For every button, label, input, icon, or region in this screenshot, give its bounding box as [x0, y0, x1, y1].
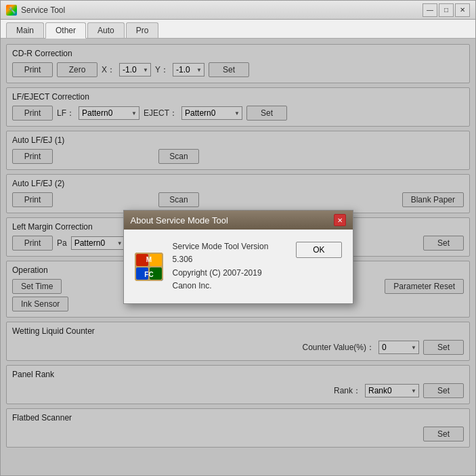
- window-title: Service Tool: [21, 5, 65, 15]
- svg-text:M: M: [146, 256, 151, 263]
- modal-overlay: About Service Mode Tool ✕ M: [1, 39, 475, 475]
- tab-other[interactable]: Other: [45, 22, 86, 39]
- modal-close-button[interactable]: ✕: [334, 214, 346, 226]
- close-button[interactable]: ✕: [455, 3, 470, 17]
- main-window: 🔧 Service Tool — □ ✕ Main Other Auto Pro…: [0, 0, 476, 476]
- tab-pro[interactable]: Pro: [126, 22, 159, 38]
- content-area: CD-R Correction Print Zero X： -1.00.01.0…: [1, 39, 475, 475]
- app-icon: 🔧: [6, 5, 17, 16]
- modal-copyright: Copyright (C) 2007-2019 Canon Inc.: [173, 267, 287, 293]
- tab-bar: Main Other Auto Pro: [1, 20, 475, 39]
- modal-text-block: Service Mode Tool Version 5.306 Copyrigh…: [173, 240, 287, 293]
- modal-app-name: Service Mode Tool Version 5.306: [173, 240, 287, 266]
- about-dialog: About Service Mode Tool ✕ M: [123, 210, 353, 304]
- modal-ok-button[interactable]: OK: [296, 242, 341, 258]
- svg-text:FC: FC: [144, 271, 153, 278]
- title-bar: 🔧 Service Tool — □ ✕: [1, 1, 475, 20]
- tab-auto[interactable]: Auto: [87, 22, 125, 38]
- modal-title-bar: About Service Mode Tool ✕: [124, 211, 353, 230]
- tab-main[interactable]: Main: [6, 22, 44, 38]
- modal-title-text: About Service Mode Tool: [131, 215, 228, 225]
- title-bar-left: 🔧 Service Tool: [6, 5, 65, 16]
- title-bar-buttons: — □ ✕: [423, 3, 470, 17]
- maximize-button[interactable]: □: [439, 3, 454, 17]
- modal-app-icon: M FC: [135, 253, 163, 281]
- modal-body: M FC Service Mode Tool Version 5.306 Cop…: [124, 230, 353, 303]
- minimize-button[interactable]: —: [423, 3, 437, 17]
